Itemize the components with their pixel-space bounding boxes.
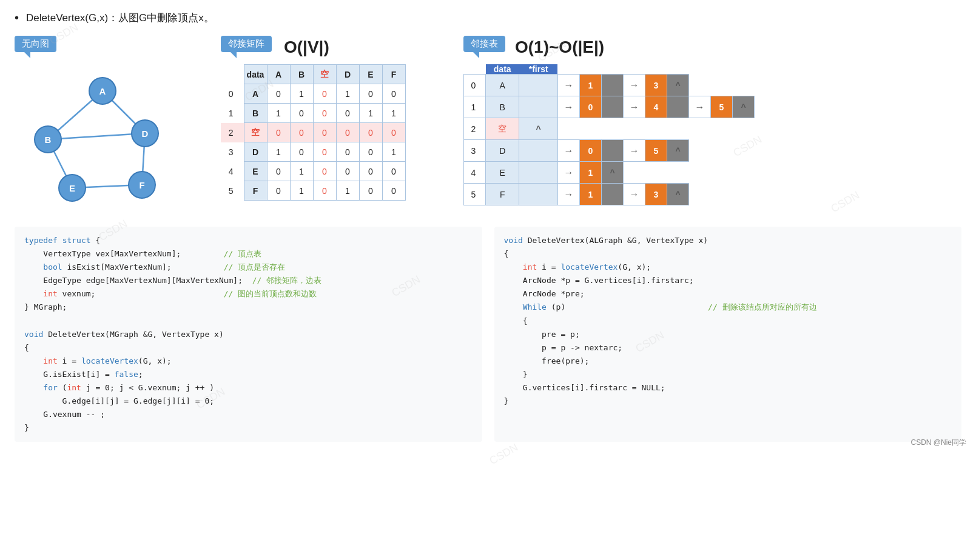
- cell-F-kong: 0: [313, 181, 336, 201]
- cell-F-A: 0: [267, 181, 290, 201]
- cell-A-A: 0: [267, 84, 290, 104]
- row-idx-4: 4: [221, 162, 244, 181]
- col-D: D: [336, 65, 359, 84]
- adj-matrix-tag: 邻接矩阵: [221, 36, 272, 52]
- list-complexity: O(1)~O(|E|): [515, 38, 604, 57]
- adj-row-2: 2 空 ^: [464, 118, 755, 140]
- arrow-1-3: →: [688, 96, 710, 118]
- node-1-5: 5: [710, 96, 732, 118]
- row-label-B: B: [244, 104, 267, 123]
- arrow-0: →: [557, 75, 579, 96]
- adj-row-0: 0 A → 1 → 3 ^: [464, 75, 755, 96]
- arrow-0-2: →: [623, 75, 645, 96]
- cell-D-B: 0: [290, 142, 313, 162]
- code-left-content: typedef struct { VertexType vex[MaxVerte…: [24, 234, 473, 435]
- node-5-1-next: [601, 184, 623, 205]
- node-1-4-next: [667, 96, 688, 118]
- svg-text:F: F: [139, 180, 144, 190]
- row-label-kong: 空: [244, 123, 267, 142]
- row-label-A: A: [244, 84, 267, 104]
- svg-text:E: E: [69, 183, 75, 193]
- cell-A-D: 1: [336, 84, 359, 104]
- node-3-5: 5: [645, 140, 667, 162]
- svg-text:A: A: [99, 86, 106, 96]
- cell-D-kong: 0: [313, 142, 336, 162]
- node-1-0-next: [601, 96, 623, 118]
- row-label-E: E: [244, 162, 267, 181]
- adj-row-3: 3 D → 0 → 5 ^: [464, 140, 755, 162]
- adj-data-kong: 空: [486, 118, 519, 140]
- cell-kong-D: 0: [336, 123, 359, 142]
- cell-B-D: 0: [336, 104, 359, 123]
- cell-F-F: 0: [382, 181, 405, 201]
- adj-idx-0: 0: [464, 75, 486, 96]
- graph-diagram: A B D E F: [15, 61, 197, 218]
- cell-B-B: 0: [290, 104, 313, 123]
- adj-list-tag: 邻接表: [463, 36, 505, 52]
- arrow-1-2: →: [623, 96, 645, 118]
- arrow-4: →: [557, 162, 579, 184]
- col-B: B: [290, 65, 313, 84]
- matrix-row-1: 1 B 1 0 0 0 1 1: [221, 104, 405, 123]
- cell-A-E: 0: [359, 84, 382, 104]
- adj-first-D: [519, 140, 558, 162]
- adj-idx-3: 3: [464, 140, 486, 162]
- arrow-5-2: →: [623, 184, 645, 205]
- matrix-row-3: 3 D 1 0 0 0 0 1: [221, 142, 405, 162]
- col-E: E: [359, 65, 382, 84]
- svg-text:B: B: [45, 135, 52, 145]
- cell-F-E: 0: [359, 181, 382, 201]
- arrow-3: →: [557, 140, 579, 162]
- bullet-point: •: [15, 11, 19, 25]
- cell-B-E: 1: [359, 104, 382, 123]
- matrix-row-0: 0 A 0 1 0 1 0 0: [221, 84, 405, 104]
- code-panel-left: typedef struct { VertexType vex[MaxVerte…: [15, 227, 482, 442]
- matrix-row-4: 4 E 0 1 0 0 0 0: [221, 162, 405, 181]
- adj-first-A: [519, 75, 558, 96]
- adj-first-F: [519, 184, 558, 205]
- cell-kong-kong: 0: [313, 123, 336, 142]
- col-A: A: [267, 65, 290, 84]
- adj-row-5: 5 F → 1 → 3 ^: [464, 184, 755, 205]
- cell-kong-E: 0: [359, 123, 382, 142]
- cell-B-F: 1: [382, 104, 405, 123]
- adj-row-1: 1 B → 0 → 4 → 5 ^: [464, 96, 755, 118]
- adj-idx-4: 4: [464, 162, 486, 184]
- svg-line-2: [48, 133, 145, 139]
- row-label-F: F: [244, 181, 267, 201]
- col-kong: 空: [313, 65, 336, 84]
- node-1-0: 0: [579, 96, 601, 118]
- svg-text:D: D: [142, 128, 149, 139]
- adj-list-table: data *first 0 A → 1: [463, 64, 755, 205]
- adj-data-col-header: data: [486, 64, 519, 75]
- cell-E-E: 0: [359, 162, 382, 181]
- node-3-0: 0: [579, 140, 601, 162]
- node-0-1: 1: [579, 75, 601, 96]
- adj-idx-1: 1: [464, 96, 486, 118]
- cell-D-E: 0: [359, 142, 382, 162]
- mid-panel: 邻接矩阵 O(|V|) data A B 空 D E F: [221, 36, 451, 201]
- node-5-3-end: ^: [667, 184, 688, 205]
- adj-matrix-table: data A B 空 D E F 0 A 0: [221, 64, 406, 201]
- adj-idx-2: 2: [464, 118, 486, 140]
- adj-first-B: [519, 96, 558, 118]
- cell-E-A: 0: [267, 162, 290, 181]
- description-text: DeleteVertex(G,x)：从图G中删除顶点x。: [26, 11, 214, 25]
- cell-kong-F: 0: [382, 123, 405, 142]
- undirected-graph-tag: 无向图: [15, 36, 56, 52]
- row-label-D: D: [244, 142, 267, 162]
- node-0-1-next: [601, 75, 623, 96]
- col-F: F: [382, 65, 405, 84]
- cell-E-F: 0: [382, 162, 405, 181]
- row-idx-3: 3: [221, 142, 244, 162]
- cell-F-B: 1: [290, 181, 313, 201]
- adj-data-E: E: [486, 162, 519, 184]
- cell-A-B: 1: [290, 84, 313, 104]
- matrix-wrap: data A B 空 D E F 0 A 0: [221, 64, 451, 201]
- adj-data-A: A: [486, 75, 519, 96]
- cell-B-kong: 0: [313, 104, 336, 123]
- arrow-3-2: →: [623, 140, 645, 162]
- node-3-5-end: ^: [667, 140, 688, 162]
- cell-A-F: 0: [382, 84, 405, 104]
- node-4-1-end: ^: [601, 162, 623, 184]
